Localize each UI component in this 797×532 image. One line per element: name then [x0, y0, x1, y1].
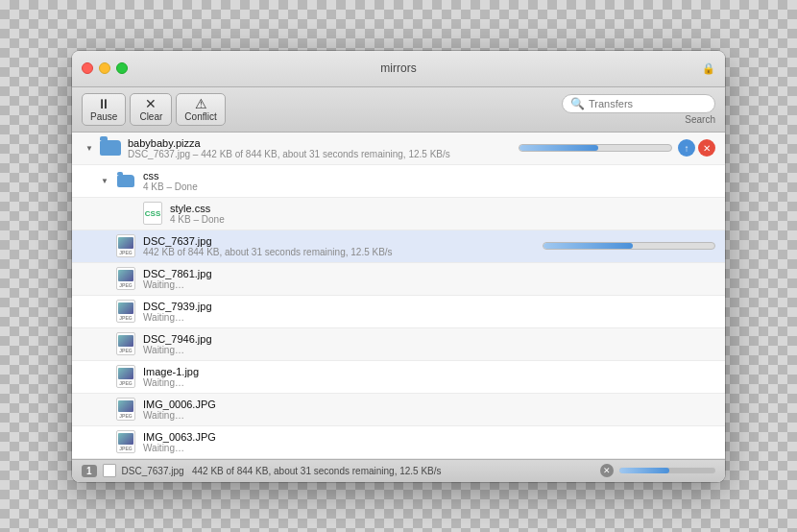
file-detail: Waiting…: [143, 410, 715, 421]
file-info: style.css 4 KB – Done: [170, 203, 715, 225]
file-info: IMG_0063.JPG Waiting…: [143, 431, 715, 453]
file-detail: Waiting…: [143, 312, 715, 323]
toolbar: ⏸ Pause ✕ Clear ⚠ Conflict 🔍 Search: [72, 87, 725, 133]
file-info: Image-1.jpg Waiting…: [143, 366, 715, 388]
close-button[interactable]: [82, 62, 93, 74]
file-name: babybaby.pizza: [128, 137, 519, 149]
file-name: DSC_7637.jpg: [143, 235, 543, 247]
jpg-file-icon: JPEG: [114, 234, 137, 257]
file-info: DSC_7861.jpg Waiting…: [143, 268, 715, 290]
conflict-button[interactable]: ⚠ Conflict: [176, 93, 225, 126]
folder-icon: [99, 136, 122, 159]
file-name: DSC_7946.jpg: [143, 333, 715, 345]
clear-label: Clear: [139, 111, 162, 122]
traffic-lights: [82, 62, 128, 74]
pause-label: Pause: [90, 111, 117, 122]
conflict-label: Conflict: [184, 111, 216, 122]
list-item[interactable]: ▶ JPEG DSC_7637.jpg 442 KB of 844 KB, ab…: [72, 230, 725, 263]
main-window: mirrors 🔒 ⏸ Pause ✕ Clear ⚠ Conflict 🔍 S…: [72, 51, 725, 482]
file-info: IMG_0006.JPG Waiting…: [143, 399, 715, 421]
file-detail: 4 KB – Done: [143, 181, 715, 192]
status-file-icon: [103, 464, 116, 477]
lock-icon: 🔒: [702, 62, 715, 75]
progress-bar: [543, 242, 715, 250]
file-info: babybaby.pizza DSC_7637.jpg – 442 KB of …: [128, 137, 519, 159]
file-name: style.css: [170, 203, 715, 214]
progress-area: ↑ ✕: [519, 139, 715, 157]
file-name: IMG_0063.JPG: [143, 431, 715, 443]
search-input-wrap[interactable]: 🔍: [562, 94, 715, 113]
clear-icon: ✕: [145, 97, 157, 110]
list-item[interactable]: ▼ babybaby.pizza DSC_7637.jpg – 442 KB o…: [72, 133, 725, 165]
search-label: Search: [685, 114, 715, 125]
expand-triangle: ▼: [85, 144, 97, 153]
jpg-file-icon: JPEG: [114, 300, 137, 323]
file-detail: Waiting…: [143, 443, 715, 453]
file-detail: Waiting…: [143, 345, 715, 355]
clear-button[interactable]: ✕ Clear: [130, 93, 172, 126]
list-item[interactable]: ▶ JPEG IMG_0006.JPG Waiting…: [72, 394, 725, 426]
file-detail: Waiting…: [143, 279, 715, 290]
conflict-icon: ⚠: [195, 97, 207, 110]
search-input[interactable]: [589, 98, 707, 109]
file-detail: 442 KB of 844 KB, about 31 seconds remai…: [143, 247, 543, 257]
status-cancel-button[interactable]: ✕: [600, 464, 614, 477]
search-icon: 🔍: [570, 97, 585, 110]
pause-button[interactable]: ⏸ Pause: [82, 93, 126, 126]
file-detail: Waiting…: [143, 377, 715, 388]
file-detail: 4 KB – Done: [170, 214, 715, 225]
progress-area: [543, 242, 715, 250]
file-name: IMG_0006.JPG: [143, 399, 715, 410]
file-name: css: [143, 170, 715, 181]
jpg-file-icon: JPEG: [114, 365, 137, 388]
status-text: DSC_7637.jpg 442 KB of 844 KB, about 31 …: [122, 466, 594, 476]
cancel-sync-button[interactable]: ✕: [698, 139, 715, 157]
sync-icons: ↑ ✕: [678, 139, 715, 157]
file-list: ▼ babybaby.pizza DSC_7637.jpg – 442 KB o…: [72, 133, 725, 459]
status-detail: 442 KB of 844 KB, about 31 seconds remai…: [192, 466, 442, 476]
status-filename: DSC_7637.jpg: [122, 466, 184, 476]
jpg-file-icon: JPEG: [114, 430, 137, 453]
jpg-file-icon: JPEG: [114, 398, 137, 421]
list-item[interactable]: ▶ JPEG Image-1.jpg Waiting…: [72, 361, 725, 394]
sync-button[interactable]: ↑: [678, 139, 695, 157]
minimize-button[interactable]: [99, 62, 110, 74]
file-detail: DSC_7637.jpg – 442 KB of 844 KB, about 3…: [128, 149, 519, 159]
statusbar: 1 DSC_7637.jpg 442 KB of 844 KB, about 3…: [72, 459, 725, 482]
file-info: DSC_7946.jpg Waiting…: [143, 333, 715, 355]
transfer-count: 1: [82, 465, 97, 477]
file-name: DSC_7939.jpg: [143, 301, 715, 312]
status-progress-bar: [619, 468, 715, 473]
file-info: DSC_7637.jpg 442 KB of 844 KB, about 31 …: [143, 235, 543, 257]
css-file-icon: CSS: [141, 202, 164, 225]
list-item[interactable]: ▶ JPEG DSC_7861.jpg Waiting…: [72, 263, 725, 296]
list-item[interactable]: ▶ CSS style.css 4 KB – Done: [72, 198, 725, 230]
file-info: DSC_7939.jpg Waiting…: [143, 301, 715, 323]
expand-triangle: ▼: [101, 177, 112, 185]
list-item[interactable]: ▶ JPEG DSC_7946.jpg Waiting…: [72, 328, 725, 361]
pause-icon: ⏸: [97, 97, 110, 110]
window-title: mirrors: [380, 61, 416, 75]
jpg-file-icon: JPEG: [114, 332, 137, 355]
maximize-button[interactable]: [116, 62, 128, 74]
folder-icon: [114, 169, 137, 192]
list-item[interactable]: ▶ JPEG IMG_0063.JPG Waiting…: [72, 426, 725, 459]
file-info: css 4 KB – Done: [143, 170, 715, 192]
file-name: DSC_7861.jpg: [143, 268, 715, 279]
file-name: Image-1.jpg: [143, 366, 715, 377]
titlebar: mirrors 🔒: [72, 51, 725, 87]
search-box: 🔍 Search: [562, 94, 715, 125]
progress-bar: [519, 144, 672, 152]
list-item[interactable]: ▶ JPEG DSC_7939.jpg Waiting…: [72, 296, 725, 328]
list-item[interactable]: ▼ css 4 KB – Done: [72, 165, 725, 198]
jpg-file-icon: JPEG: [114, 267, 137, 290]
